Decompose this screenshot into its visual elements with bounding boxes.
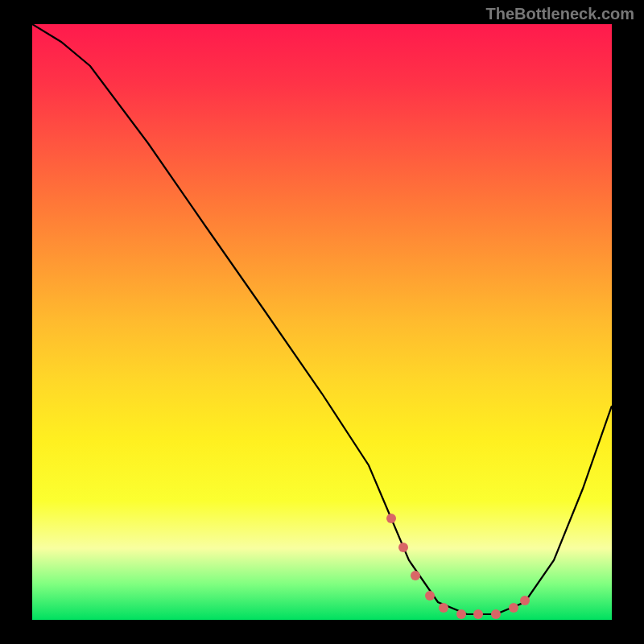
curve-marker <box>439 603 448 613</box>
plot-area <box>32 24 612 620</box>
curve-marker <box>411 571 420 580</box>
marker-group <box>386 514 530 619</box>
curve-overlay <box>32 24 612 620</box>
chart-container: TheBottleneck.com <box>0 0 644 644</box>
curve-marker <box>473 609 483 619</box>
bottleneck-curve <box>32 24 612 614</box>
curve-marker <box>520 596 530 605</box>
curve-marker <box>491 609 501 619</box>
curve-marker <box>386 514 396 523</box>
curve-marker <box>398 543 408 552</box>
curve-marker <box>425 591 435 601</box>
curve-marker <box>509 603 518 613</box>
curve-marker <box>456 609 466 619</box>
watermark-text: TheBottleneck.com <box>486 5 634 23</box>
